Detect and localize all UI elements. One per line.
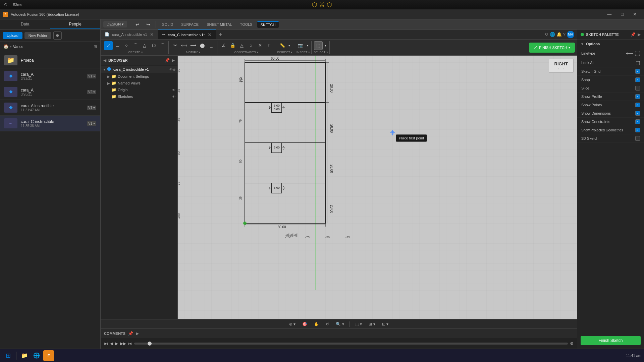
tree-root[interactable]: ▼ 🔷 cara_C instructible v1 👁 ⊕: [101, 66, 177, 73]
palette-pin-icon[interactable]: 📌: [631, 32, 636, 37]
tab-close-2[interactable]: ✕: [208, 32, 212, 38]
lookat-icon[interactable]: ⬚: [636, 60, 640, 65]
show-points-checkbox[interactable]: ✓: [635, 103, 640, 107]
snap-checkbox[interactable]: ✓: [635, 77, 640, 82]
home-icon[interactable]: 🏠: [3, 44, 9, 49]
undo-button[interactable]: ↩: [133, 21, 142, 28]
design-mode-button[interactable]: DESIGN ▾: [103, 21, 127, 27]
tool-triangle[interactable]: △: [140, 41, 149, 50]
taskbar-fusion-icon[interactable]: F: [43, 350, 54, 361]
grid-checkbox[interactable]: ✓: [635, 69, 640, 74]
finish-sketch-button[interactable]: ✓ FINISH SKETCH ▾: [529, 43, 575, 53]
timeline-last[interactable]: ⏭: [128, 341, 132, 346]
browser-collapse-right[interactable]: ▶: [172, 58, 175, 63]
linetype-icon-1[interactable]: ⟵: [626, 50, 634, 56]
file-version-4[interactable]: V1 ▾: [87, 121, 96, 126]
show-constraints-checkbox[interactable]: ✓: [635, 119, 640, 124]
bottom-zoom-button[interactable]: 🔍 ▾: [334, 321, 346, 327]
folder-item-prueba[interactable]: 📁 Prueba: [0, 53, 100, 68]
upload-button[interactable]: Upload: [3, 32, 22, 39]
file-item-cara-a-inst[interactable]: 🔷 cara_A instructible 11:31:47 AM V1 ▾: [0, 100, 100, 116]
timeline-settings[interactable]: ⚙: [570, 341, 574, 346]
nav-cube[interactable]: RIGHT ← →: [549, 59, 574, 73]
tool-inspect[interactable]: 📏: [278, 41, 287, 50]
bottom-grid-button[interactable]: ⊞ ▾: [367, 321, 377, 327]
redo-button[interactable]: ↪: [144, 21, 153, 28]
tool-equal[interactable]: ○: [247, 41, 255, 50]
browser-pin-icon[interactable]: 📌: [165, 58, 170, 63]
bottom-hand-button[interactable]: ✋: [312, 321, 321, 327]
tab-sheet-metal[interactable]: SHEET METAL: [203, 21, 235, 27]
tool-offset[interactable]: ⟺: [180, 41, 189, 50]
tool-inspect-dropdown[interactable]: ▾: [287, 41, 292, 50]
tool-rect[interactable]: ▭: [113, 41, 122, 50]
taskbar-explorer-icon[interactable]: 📁: [19, 350, 30, 361]
tool-select-dropdown[interactable]: ▾: [323, 41, 328, 50]
options-header[interactable]: ▼ Options: [577, 40, 644, 48]
browser-collapse-left[interactable]: ◀: [103, 58, 106, 63]
timeline-prev[interactable]: ◀: [110, 341, 113, 346]
tool-fillet[interactable]: ⌒: [158, 41, 167, 50]
slice-checkbox[interactable]: ✓: [635, 86, 640, 90]
tree-doc-settings[interactable]: ▶ 📁 Document Settings: [101, 73, 177, 80]
tool-select[interactable]: ⬚: [314, 41, 323, 50]
palette-expand-icon[interactable]: ▶: [638, 32, 641, 37]
tab-people[interactable]: People: [50, 19, 101, 29]
tab-surface[interactable]: SURFACE: [178, 21, 202, 27]
tool-constraint[interactable]: △: [237, 41, 246, 50]
tool-trim[interactable]: ✂: [171, 41, 179, 50]
tool-mirror[interactable]: ⟶: [189, 41, 198, 50]
show-projected-checkbox[interactable]: ✓: [635, 128, 640, 132]
tab-cara-a-v1[interactable]: 📄 cara_A instructible v1 ✕: [101, 29, 158, 39]
tab-cara-c-v1[interactable]: ✏ cara_C instructible v1* ✕: [158, 29, 216, 39]
tree-origin-eye[interactable]: 👁: [172, 88, 175, 92]
tree-origin[interactable]: 📁 Origin 👁: [101, 86, 177, 93]
new-folder-button[interactable]: New Folder: [24, 32, 51, 39]
tab-data[interactable]: Data: [0, 19, 50, 29]
file-item-cara-a-v1[interactable]: 🔷 cara_A 3/22/21 V1 ▾: [0, 68, 100, 84]
tool-midpoint[interactable]: ⌗: [265, 41, 273, 50]
file-version[interactable]: V1 ▾: [87, 74, 96, 78]
linetype-icon-2[interactable]: ⬚: [635, 50, 640, 56]
bottom-tools-button[interactable]: ⊕ ▾: [287, 321, 298, 327]
tab-sketch[interactable]: SKETCH: [257, 21, 279, 28]
tool-polygon[interactable]: ⬡: [149, 41, 158, 50]
tab-add-button[interactable]: +: [216, 29, 225, 39]
tree-root-eye[interactable]: 👁: [169, 68, 173, 71]
settings-button[interactable]: ⚙: [53, 32, 62, 40]
tool-arc[interactable]: ⌒: [131, 41, 140, 50]
maximize-button[interactable]: □: [616, 10, 628, 18]
timeline-play[interactable]: ▶: [115, 341, 118, 346]
tool-insert-dropdown[interactable]: ▾: [305, 41, 310, 50]
tab-close-1[interactable]: ✕: [150, 32, 154, 37]
tree-root-pin[interactable]: ⊕: [173, 68, 175, 71]
tool-scale[interactable]: ⎯: [207, 41, 216, 50]
list-view-icon[interactable]: ⊞: [94, 44, 97, 49]
file-version-3[interactable]: V1 ▾: [87, 106, 96, 110]
bottom-target-button[interactable]: 🎯: [300, 321, 309, 327]
finish-sketch-palette-button[interactable]: Finish Sketch: [581, 336, 641, 345]
tree-named-views[interactable]: ▶ 📁 Named Views: [101, 80, 177, 86]
3d-sketch-checkbox[interactable]: ✓: [635, 136, 640, 141]
bottom-orbit-button[interactable]: ↺: [324, 321, 331, 327]
tab-solid[interactable]: SOLID: [159, 21, 176, 27]
tool-insert[interactable]: 📷: [296, 41, 305, 50]
minimize-button[interactable]: —: [602, 10, 616, 18]
timeline-bar[interactable]: [134, 343, 568, 345]
tool-lock[interactable]: 🔒: [228, 41, 237, 50]
comments-icon[interactable]: 📌: [128, 331, 133, 336]
tool-circle[interactable]: ○: [122, 41, 131, 50]
tool-fix[interactable]: ∠: [219, 41, 228, 50]
taskbar-chrome-icon[interactable]: 🌐: [31, 350, 42, 361]
tab-bell-icon[interactable]: 🔔: [556, 32, 562, 37]
tab-tools[interactable]: TOOLS: [237, 21, 256, 27]
show-dimensions-checkbox[interactable]: ✓: [635, 111, 640, 116]
canvas[interactable]: -100 -75 -50 -25 25 50 60.00 28.00: [178, 56, 577, 319]
file-version-2[interactable]: V2 ▾: [87, 90, 96, 94]
start-button[interactable]: ⊞: [3, 350, 13, 361]
tool-coincident[interactable]: ✕: [256, 41, 264, 50]
file-item-cara-a-v2[interactable]: 🔷 cara_A 3/28/21 V2 ▾: [0, 84, 100, 100]
show-profile-checkbox[interactable]: ✓: [635, 94, 640, 99]
tool-line[interactable]: ⟋: [104, 41, 113, 50]
bottom-view-button[interactable]: ⬚ ▾: [353, 321, 364, 327]
